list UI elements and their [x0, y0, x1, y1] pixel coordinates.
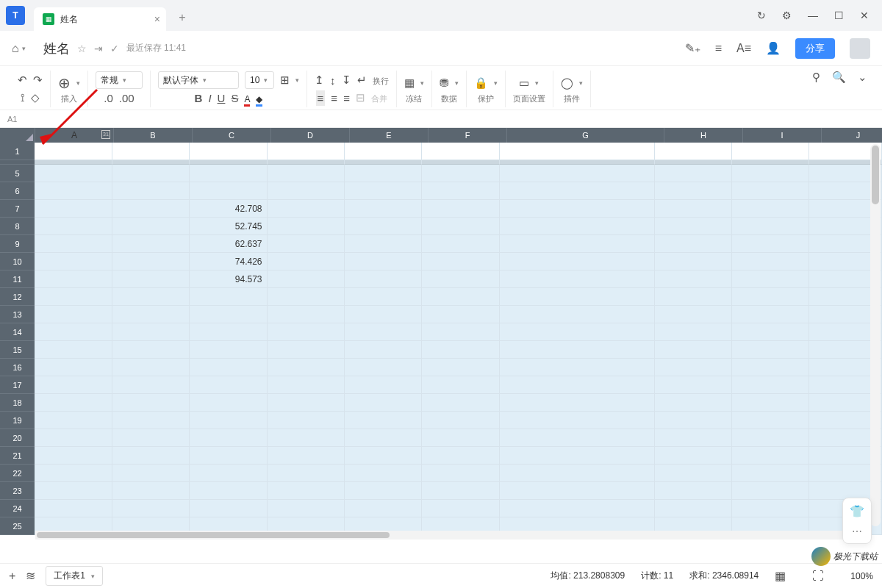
cell[interactable] — [35, 165, 112, 182]
cell[interactable] — [500, 429, 655, 447]
valign-top-icon[interactable]: ↥ — [315, 74, 324, 87]
cell[interactable] — [732, 465, 809, 482]
cell[interactable] — [732, 429, 809, 447]
column-header[interactable]: J — [822, 128, 882, 143]
cell[interactable] — [35, 143, 112, 160]
cell[interactable] — [655, 465, 732, 482]
cell[interactable] — [422, 482, 499, 500]
cell[interactable] — [268, 306, 345, 323]
maximize-icon[interactable]: ☐ — [834, 10, 844, 21]
cell[interactable] — [345, 182, 422, 200]
cell[interactable] — [268, 200, 345, 218]
page-icon[interactable]: ▭ — [519, 76, 529, 90]
cell[interactable] — [655, 253, 732, 270]
row-header[interactable]: 15 — [0, 341, 35, 359]
bold-icon[interactable]: B — [195, 92, 203, 104]
wrap-icon[interactable]: ↵ — [357, 74, 367, 87]
cell[interactable] — [345, 394, 422, 412]
cell[interactable] — [190, 465, 267, 482]
more-icon[interactable]: ⋯ — [852, 526, 862, 537]
column-header[interactable]: E — [350, 128, 429, 143]
cell[interactable] — [112, 200, 190, 218]
cell[interactable] — [500, 341, 655, 359]
cell[interactable] — [112, 429, 190, 447]
cell[interactable] — [655, 200, 732, 218]
cell[interactable] — [655, 482, 732, 500]
undo-icon[interactable]: ↶ — [18, 74, 27, 87]
shirt-icon[interactable]: 👕 — [850, 504, 864, 518]
cell[interactable] — [268, 253, 345, 270]
freeze-icon[interactable]: ▦ — [404, 76, 415, 90]
cell[interactable] — [268, 270, 345, 288]
cell[interactable] — [35, 218, 112, 235]
cell[interactable] — [732, 359, 809, 376]
cell[interactable] — [35, 182, 112, 200]
cell[interactable] — [422, 500, 499, 517]
edit-add-icon[interactable]: ✎₊ — [685, 41, 700, 55]
sheet-tab[interactable]: 工作表1▾ — [46, 566, 103, 586]
add-sheet-icon[interactable]: + — [9, 570, 15, 583]
cell[interactable] — [112, 288, 190, 306]
column-header[interactable]: A31 — [35, 128, 114, 143]
row-header[interactable]: 5 — [0, 165, 35, 182]
cell[interactable] — [345, 253, 422, 270]
text-color-icon[interactable]: A — [244, 92, 250, 104]
cell[interactable] — [35, 200, 112, 218]
sync-icon[interactable]: ↻ — [757, 10, 766, 21]
cell[interactable] — [655, 429, 732, 447]
cell[interactable] — [35, 253, 112, 270]
cell[interactable] — [422, 288, 499, 306]
cell[interactable] — [268, 412, 345, 429]
cell[interactable] — [500, 447, 655, 465]
cell[interactable] — [268, 482, 345, 500]
home-dropdown-icon[interactable]: ▾ — [22, 45, 26, 52]
cell[interactable] — [268, 447, 345, 465]
cell[interactable] — [422, 235, 499, 253]
cell[interactable] — [655, 306, 732, 323]
row-header[interactable]: 6 — [0, 182, 35, 200]
cell[interactable] — [732, 482, 809, 500]
cell[interactable] — [655, 143, 732, 160]
cell[interactable] — [112, 376, 190, 394]
cell[interactable] — [422, 359, 499, 376]
cell[interactable] — [732, 218, 809, 235]
cell[interactable] — [345, 143, 422, 160]
cell[interactable] — [732, 394, 809, 412]
cell[interactable] — [190, 182, 267, 200]
decimal-increase[interactable]: .00 — [119, 92, 135, 104]
star-icon[interactable]: ☆ — [77, 43, 87, 54]
cell[interactable] — [422, 200, 499, 218]
align-right-icon[interactable]: ≡ — [343, 92, 350, 104]
share-button[interactable]: 分享 — [795, 38, 835, 59]
row-header[interactable]: 18 — [0, 394, 35, 412]
cell[interactable] — [190, 143, 267, 160]
row-header[interactable]: 16 — [0, 359, 35, 376]
fill-color-icon[interactable]: ◆ — [256, 92, 262, 104]
cell[interactable] — [500, 376, 655, 394]
cell[interactable] — [655, 182, 732, 200]
column-header[interactable]: F — [429, 128, 507, 143]
cell[interactable] — [655, 235, 732, 253]
cell[interactable] — [35, 235, 112, 253]
cell[interactable] — [190, 482, 267, 500]
cell[interactable] — [268, 218, 345, 235]
strike-icon[interactable]: S — [231, 92, 238, 104]
search-icon[interactable]: 🔍 — [832, 71, 846, 84]
document-tab[interactable]: ▦ 姓名 × — [34, 7, 166, 31]
cell[interactable] — [422, 412, 499, 429]
row-header[interactable]: 9 — [0, 235, 35, 253]
cell[interactable] — [35, 429, 112, 447]
scroll-thumb[interactable] — [37, 532, 390, 538]
cell[interactable] — [655, 218, 732, 235]
settings-icon[interactable]: ⚙ — [782, 10, 792, 21]
cell[interactable] — [732, 412, 809, 429]
row-header[interactable]: 12 — [0, 288, 35, 306]
cell[interactable] — [732, 235, 809, 253]
cell[interactable] — [422, 376, 499, 394]
cell[interactable] — [268, 359, 345, 376]
cell[interactable] — [422, 270, 499, 288]
cell[interactable] — [35, 376, 112, 394]
cell[interactable] — [500, 482, 655, 500]
cell[interactable] — [732, 270, 809, 288]
cell[interactable] — [732, 200, 809, 218]
